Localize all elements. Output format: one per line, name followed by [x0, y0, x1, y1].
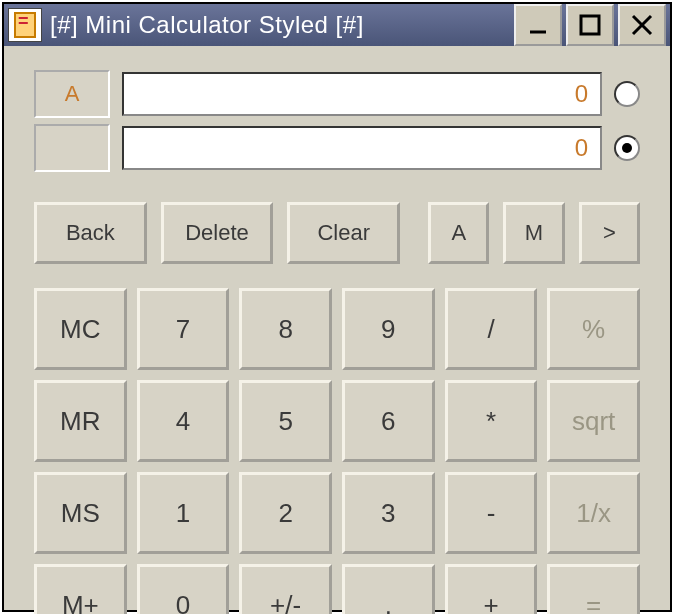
key-sqrt[interactable]: sqrt	[547, 380, 640, 462]
more-button[interactable]: >	[579, 202, 640, 264]
display-row-b: 0	[34, 124, 640, 172]
key-2[interactable]: 2	[239, 472, 332, 554]
back-button[interactable]: Back	[34, 202, 147, 264]
minimize-button[interactable]	[514, 4, 562, 46]
close-icon	[629, 12, 655, 38]
client-area: A 0 0 Back Delete Clear A M > MC 7 8	[4, 46, 670, 614]
title-bar: [#] Mini Calculator Styled [#]	[4, 4, 670, 46]
window-controls	[514, 4, 666, 46]
key-plus[interactable]: +	[445, 564, 538, 614]
key-9[interactable]: 9	[342, 288, 435, 370]
key-divide[interactable]: /	[445, 288, 538, 370]
key-multiply[interactable]: *	[445, 380, 538, 462]
key-equals[interactable]: =	[547, 564, 640, 614]
key-4[interactable]: 4	[137, 380, 230, 462]
key-8[interactable]: 8	[239, 288, 332, 370]
key-mplus[interactable]: M+	[34, 564, 127, 614]
key-sign[interactable]: +/-	[239, 564, 332, 614]
key-minus[interactable]: -	[445, 472, 538, 554]
key-mc[interactable]: MC	[34, 288, 127, 370]
edit-row: Back Delete Clear A M >	[34, 202, 640, 264]
display-a-radio[interactable]	[614, 81, 640, 107]
key-7[interactable]: 7	[137, 288, 230, 370]
maximize-icon	[577, 12, 603, 38]
clear-button[interactable]: Clear	[287, 202, 400, 264]
app-icon	[8, 8, 42, 42]
delete-button[interactable]: Delete	[161, 202, 274, 264]
display-a-label: A	[34, 70, 110, 118]
minimize-icon	[525, 12, 551, 38]
key-0[interactable]: 0	[137, 564, 230, 614]
display-row-a: A 0	[34, 70, 640, 118]
keypad: MC 7 8 9 / % MR 4 5 6 * sqrt MS 1 2 3 - …	[34, 288, 640, 614]
key-percent[interactable]: %	[547, 288, 640, 370]
display-block: A 0 0	[34, 70, 640, 172]
key-ms[interactable]: MS	[34, 472, 127, 554]
svg-rect-1	[581, 16, 599, 34]
mode-m-button[interactable]: M	[503, 202, 564, 264]
display-b-label	[34, 124, 110, 172]
key-reciprocal[interactable]: 1/x	[547, 472, 640, 554]
key-5[interactable]: 5	[239, 380, 332, 462]
mode-a-button[interactable]: A	[428, 202, 489, 264]
display-b-radio[interactable]	[614, 135, 640, 161]
maximize-button[interactable]	[566, 4, 614, 46]
key-6[interactable]: 6	[342, 380, 435, 462]
key-mr[interactable]: MR	[34, 380, 127, 462]
app-window: [#] Mini Calculator Styled [#] A 0 0	[2, 2, 672, 612]
display-b: 0	[122, 126, 602, 170]
close-button[interactable]	[618, 4, 666, 46]
key-3[interactable]: 3	[342, 472, 435, 554]
key-1[interactable]: 1	[137, 472, 230, 554]
key-decimal[interactable]: .	[342, 564, 435, 614]
window-title: [#] Mini Calculator Styled [#]	[50, 11, 514, 39]
display-a: 0	[122, 72, 602, 116]
